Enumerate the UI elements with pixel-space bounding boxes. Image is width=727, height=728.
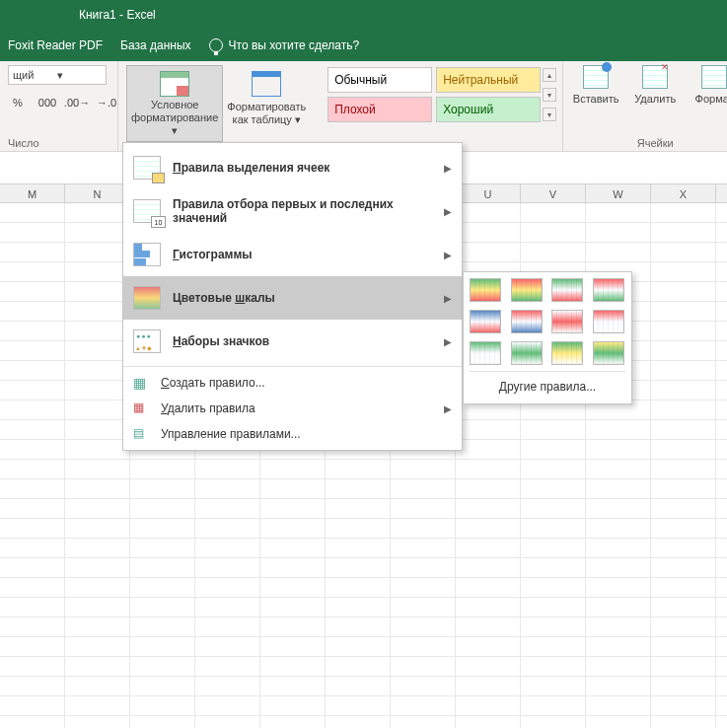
cell[interactable] — [586, 440, 651, 460]
comma-style-button[interactable]: 000 — [37, 93, 57, 112]
menu-icon-sets[interactable]: Наборы значков ▶ — [123, 320, 462, 363]
cell[interactable] — [716, 637, 727, 657]
cell[interactable] — [586, 637, 651, 657]
cell[interactable] — [521, 716, 586, 728]
cell[interactable] — [651, 558, 716, 578]
cell[interactable] — [651, 519, 716, 539]
tab-foxit[interactable]: Foxit Reader PDF — [8, 38, 103, 52]
cell[interactable] — [65, 282, 130, 302]
cell[interactable] — [195, 598, 260, 618]
cell[interactable] — [456, 440, 521, 460]
gallery-up-button[interactable]: ▴ — [543, 68, 556, 82]
cell[interactable] — [586, 243, 651, 262]
color-scale-option[interactable] — [593, 310, 624, 333]
cell[interactable] — [0, 361, 65, 381]
color-scale-option[interactable] — [470, 278, 501, 302]
cell[interactable] — [586, 420, 651, 440]
cell[interactable] — [65, 539, 130, 558]
cell[interactable] — [326, 716, 391, 728]
cell[interactable] — [521, 243, 586, 262]
cell[interactable] — [651, 657, 716, 677]
cell-styles-gallery[interactable]: Обычный Нейтральный Плохой Хороший — [326, 65, 543, 124]
color-scale-option[interactable] — [551, 341, 583, 365]
cell[interactable] — [586, 696, 651, 716]
tell-me[interactable]: Что вы хотите сделать? — [209, 38, 360, 52]
cell[interactable] — [391, 716, 456, 728]
color-scale-option[interactable] — [470, 310, 501, 333]
cell[interactable] — [521, 637, 586, 657]
cell[interactable] — [716, 716, 727, 728]
cell[interactable] — [65, 400, 130, 420]
column-header[interactable]: U — [456, 184, 521, 202]
menu-manage-rules[interactable]: Управление правилами... — [123, 421, 462, 447]
cell[interactable] — [65, 203, 130, 223]
cell[interactable] — [326, 578, 391, 598]
cell[interactable] — [195, 479, 260, 499]
format-as-table-button[interactable]: Форматироватькак таблицу ▾ — [223, 65, 310, 142]
cell[interactable] — [65, 696, 130, 716]
cell[interactable] — [260, 677, 326, 696]
cell[interactable] — [130, 598, 195, 618]
cell[interactable] — [0, 420, 65, 440]
cell[interactable] — [651, 637, 716, 657]
cell[interactable] — [65, 322, 130, 341]
cell[interactable] — [456, 539, 521, 558]
cell[interactable] — [716, 381, 727, 400]
style-good[interactable]: Хороший — [436, 97, 541, 122]
cell[interactable] — [65, 499, 130, 519]
cell[interactable] — [260, 637, 326, 657]
cell[interactable] — [716, 479, 727, 499]
cell[interactable] — [0, 341, 65, 361]
cell[interactable] — [391, 618, 456, 637]
cell[interactable] — [586, 499, 651, 519]
cell[interactable] — [195, 499, 260, 519]
cell[interactable] — [65, 420, 130, 440]
cell[interactable] — [0, 539, 65, 558]
cell[interactable] — [260, 598, 326, 618]
cell[interactable] — [0, 696, 65, 716]
cell[interactable] — [391, 598, 456, 618]
cell[interactable] — [65, 716, 130, 728]
cell[interactable] — [195, 677, 260, 696]
cell[interactable] — [130, 716, 195, 728]
color-scale-option[interactable] — [511, 310, 543, 333]
cell[interactable] — [391, 460, 456, 479]
gallery-down-button[interactable]: ▾ — [543, 88, 556, 102]
cell[interactable] — [130, 499, 195, 519]
cell[interactable] — [521, 677, 586, 696]
cell[interactable] — [65, 618, 130, 637]
menu-top-bottom-rules[interactable]: Правила отбора первых и последних значен… — [123, 189, 462, 233]
cell[interactable] — [65, 341, 130, 361]
cell[interactable] — [0, 618, 65, 637]
cell[interactable] — [260, 716, 326, 728]
cell[interactable] — [195, 618, 260, 637]
menu-data-bars[interactable]: Гистограммы ▶ — [123, 233, 462, 276]
cell[interactable] — [0, 637, 65, 657]
column-header[interactable]: W — [586, 184, 651, 202]
cell[interactable] — [651, 400, 716, 420]
cell[interactable] — [130, 696, 195, 716]
cell[interactable] — [326, 598, 391, 618]
tab-database[interactable]: База данных — [120, 38, 190, 52]
cell[interactable] — [651, 223, 716, 243]
cell[interactable] — [130, 460, 195, 479]
cell[interactable] — [651, 618, 716, 637]
cell[interactable] — [651, 696, 716, 716]
cell[interactable] — [65, 479, 130, 499]
cell[interactable] — [0, 460, 65, 479]
cell[interactable] — [0, 519, 65, 539]
cell[interactable] — [521, 696, 586, 716]
cell[interactable] — [651, 322, 716, 341]
cell[interactable] — [456, 637, 521, 657]
cell[interactable] — [130, 618, 195, 637]
cell[interactable] — [521, 598, 586, 618]
cell[interactable] — [130, 637, 195, 657]
cell[interactable] — [391, 657, 456, 677]
cell[interactable] — [65, 657, 130, 677]
cell[interactable] — [456, 618, 521, 637]
cell[interactable] — [651, 440, 716, 460]
cell[interactable] — [586, 716, 651, 728]
cell[interactable] — [716, 499, 727, 519]
color-scale-option[interactable] — [551, 310, 583, 333]
cell[interactable] — [716, 243, 727, 262]
